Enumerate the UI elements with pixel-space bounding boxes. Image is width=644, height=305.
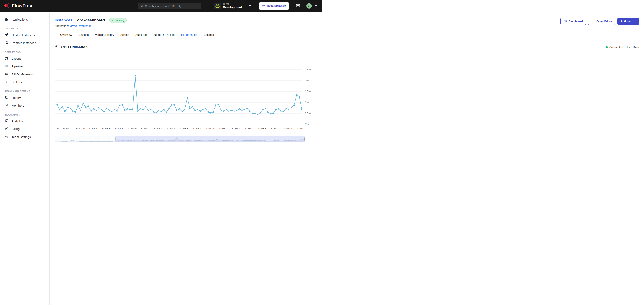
library-icon xyxy=(5,95,9,100)
tab-audit-log[interactable]: Audit Log xyxy=(132,31,150,39)
sidebar-section-instances: INSTANCES xyxy=(0,23,49,31)
notifications-button[interactable] xyxy=(292,3,304,9)
divider xyxy=(304,2,304,10)
svg-text:12:01:51: 12:01:51 xyxy=(232,127,242,130)
cpu-line-chart: 0%0.5%1%1.5%2%2.5%11:50:1111:51:0111:51:… xyxy=(54,55,317,132)
page-title: opc-dashboard xyxy=(77,18,105,22)
instance-tabs: Overview Devices Version History Assets … xyxy=(50,31,322,39)
tab-performance[interactable]: Performance xyxy=(178,31,200,39)
sidebar-item-bill-of-materials[interactable]: Bill Of Materials xyxy=(0,70,49,78)
user-menu[interactable]: jp xyxy=(304,3,320,9)
flowfuse-logo-icon xyxy=(3,3,10,9)
svg-text:1.5%: 1.5% xyxy=(305,90,311,93)
status-badge: running xyxy=(109,17,127,23)
svg-text:11:55:11: 11:55:11 xyxy=(128,127,138,130)
team-selector[interactable]: TEAM: Development xyxy=(211,0,254,12)
sidebar-item-hosted-instances[interactable]: Hosted Instances xyxy=(0,31,49,39)
svg-text:11:58:31: 11:58:31 xyxy=(180,127,190,130)
svg-text:12:03:31: 12:03:31 xyxy=(258,127,268,130)
groups-icon xyxy=(5,56,9,61)
team-search[interactable] xyxy=(138,3,201,9)
chart-navigator xyxy=(54,136,322,144)
invite-members-label: Invite Members xyxy=(266,4,286,7)
gear-icon xyxy=(5,135,9,139)
main-content: Instances › opc-dashboard running Applic… xyxy=(50,13,322,152)
sidebar-item-team-settings[interactable]: Team Settings xyxy=(0,133,49,141)
sidebar-item-applications[interactable]: Applications xyxy=(0,15,49,23)
navigator-move-handle[interactable] xyxy=(209,133,213,135)
invite-members-button[interactable]: Invite Members xyxy=(259,2,289,10)
svg-text:11:50:11: 11:50:11 xyxy=(54,127,59,130)
panel-title: CPU Utilisation xyxy=(61,45,88,49)
top-navbar: FlowFuse TEAM: Development xyxy=(0,0,322,12)
svg-text:2.5%: 2.5% xyxy=(305,68,311,71)
breadcrumb-separator: › xyxy=(74,18,76,22)
breadcrumb-instances-link[interactable]: Instances xyxy=(54,18,72,22)
svg-text:2%: 2% xyxy=(305,79,309,82)
logo-text: FlowFuse xyxy=(12,3,34,9)
sidebar-item-label: Billing xyxy=(12,127,20,131)
sidebar-item-library[interactable]: Library xyxy=(0,94,49,102)
bill-of-materials-icon xyxy=(5,72,9,76)
sidebar-item-members[interactable]: Members xyxy=(0,102,49,109)
sidebar-item-label: Library xyxy=(12,96,21,99)
team-label: TEAM: xyxy=(223,3,242,5)
svg-text:11:53:31: 11:53:31 xyxy=(102,127,112,130)
svg-text:12:02:41: 12:02:41 xyxy=(245,127,255,130)
svg-text:11:56:01: 11:56:01 xyxy=(141,127,150,130)
svg-text:12:06:01: 12:06:01 xyxy=(297,127,307,130)
tab-node-red-logs[interactable]: Node-RED Logs xyxy=(151,31,178,39)
applications-icon xyxy=(5,17,9,22)
svg-text:11:54:21: 11:54:21 xyxy=(115,127,124,130)
sidebar-item-label: Pipelines xyxy=(12,65,24,68)
flowfuse-logo[interactable]: FlowFuse xyxy=(3,3,34,9)
sidebar-item-billing[interactable]: Billing xyxy=(0,125,49,133)
navigator-slider[interactable] xyxy=(54,136,317,143)
sidebar-item-remote-instances[interactable]: Remote Instances xyxy=(0,39,49,47)
tab-settings[interactable]: Settings xyxy=(200,31,217,39)
tab-overview[interactable]: Overview xyxy=(57,31,75,39)
svg-text:11:59:21: 11:59:21 xyxy=(193,127,202,130)
mail-icon xyxy=(296,3,300,9)
svg-text:12:00:11: 12:00:11 xyxy=(206,127,216,130)
svg-text:0%: 0% xyxy=(305,123,309,126)
svg-text:0.5%: 0.5% xyxy=(305,112,311,115)
sidebar-item-brokers[interactable]: Brokers xyxy=(0,78,49,86)
cpu-chip-icon xyxy=(54,45,59,50)
cpu-chart-area: 0%0.5%1%1.5%2%2.5%11:50:1111:51:0111:51:… xyxy=(54,55,322,133)
sidebar: Applications INSTANCES Hosted Instances … xyxy=(0,13,50,152)
sidebar-item-groups[interactable]: Groups xyxy=(0,54,49,62)
svg-text:12:04:21: 12:04:21 xyxy=(271,127,281,130)
sidebar-item-label: Remote Instances xyxy=(12,41,36,45)
application-meta: Application: Mayker Workshop xyxy=(54,24,322,27)
status-badge-label: running xyxy=(116,19,124,22)
navbar-right-cluster: TEAM: Development Invite Members jp xyxy=(210,0,320,12)
chevron-down-icon xyxy=(314,4,318,8)
tab-version-history[interactable]: Version History xyxy=(92,31,117,39)
svg-text:11:52:41: 11:52:41 xyxy=(89,127,98,130)
search-input[interactable] xyxy=(145,5,199,8)
sidebar-item-label: Hosted Instances xyxy=(12,33,35,37)
svg-text:11:51:51: 11:51:51 xyxy=(76,127,86,130)
divider xyxy=(210,2,211,10)
sidebar-item-label: Members xyxy=(12,104,24,107)
sidebar-item-label: Groups xyxy=(12,57,22,60)
user-avatar: jp xyxy=(306,3,312,9)
application-label: Application: xyxy=(54,24,69,27)
sidebar-item-label: Applications xyxy=(12,18,28,21)
pipelines-icon xyxy=(5,64,9,69)
application-link[interactable]: Mayker Workshop xyxy=(70,24,92,27)
team-avatar xyxy=(214,3,221,9)
sidebar-item-label: Team Settings xyxy=(12,135,31,139)
sidebar-section-operations: OPERATIONS xyxy=(0,47,49,54)
play-circle-icon xyxy=(112,18,114,22)
tab-devices[interactable]: Devices xyxy=(75,31,92,39)
tab-assets[interactable]: Assets xyxy=(117,31,132,39)
remote-instances-icon xyxy=(5,41,9,45)
sidebar-item-audit-log[interactable]: Audit Log xyxy=(0,117,49,125)
cpu-utilisation-panel: CPU Utilisation Connected to Live Data 0… xyxy=(54,45,322,144)
sidebar-item-pipelines[interactable]: Pipelines xyxy=(0,62,49,70)
svg-text:11:51:01: 11:51:01 xyxy=(63,127,72,130)
sidebar-item-label: Brokers xyxy=(12,80,22,84)
svg-text:12:05:11: 12:05:11 xyxy=(284,127,294,130)
